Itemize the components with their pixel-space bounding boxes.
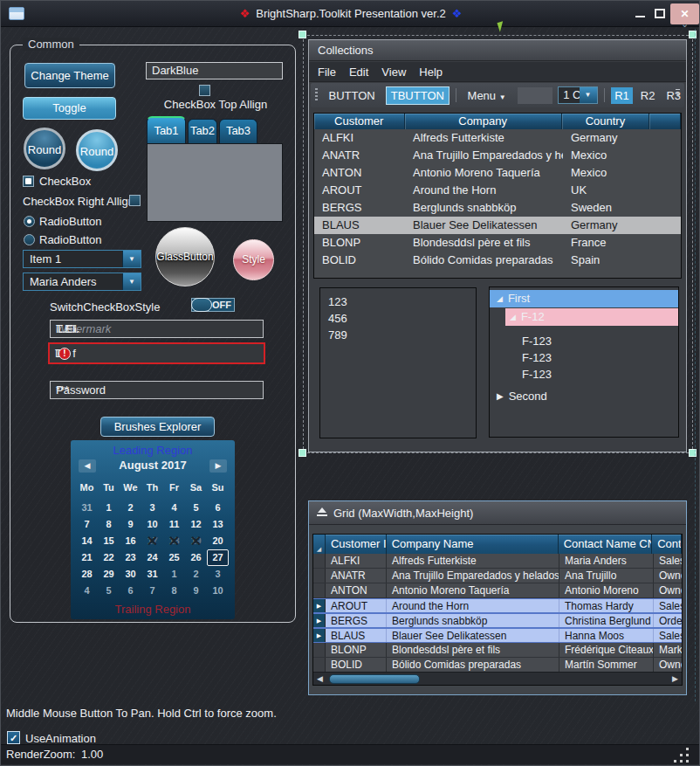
- toolbar-button[interactable]: BUTTON: [326, 87, 379, 104]
- calendar-day[interactable]: 10: [207, 583, 229, 599]
- resize-handle-bottom-left[interactable]: [299, 449, 306, 457]
- tab-tab1[interactable]: Tab1: [147, 116, 186, 143]
- scroll-right-icon[interactable]: ▶: [672, 674, 678, 683]
- calendar-day[interactable]: 21: [76, 549, 98, 566]
- glass-button[interactable]: GlassButton: [155, 227, 215, 286]
- calendar-day[interactable]: 1: [163, 566, 185, 583]
- error-textbox[interactable]: LD f TR !: [48, 342, 265, 364]
- calendar-day[interactable]: ✕17: [141, 533, 163, 549]
- radio-button-selected[interactable]: [24, 216, 35, 227]
- horizontal-scrollbar[interactable]: ◀ ▶: [313, 672, 682, 685]
- tree-item-f-12[interactable]: ◢F-12: [505, 308, 678, 326]
- style-button[interactable]: Style: [233, 239, 274, 280]
- datagrid-column-header[interactable]: Company Name: [387, 535, 559, 554]
- datagrid-row[interactable]: ANTONAntonio Moreno TaqueríaAntonio More…: [313, 583, 682, 598]
- switch-thumb[interactable]: [191, 298, 212, 312]
- toolbar-overflow-button[interactable]: ▾: [676, 89, 680, 99]
- tree-expanded-icon[interactable]: ◢: [510, 308, 516, 326]
- calendar-day[interactable]: 28: [76, 566, 98, 583]
- row-header[interactable]: [313, 643, 326, 657]
- listview-column-header[interactable]: Country: [562, 114, 650, 129]
- menu-item-help[interactable]: Help: [419, 66, 443, 79]
- row-selected-arrow-icon[interactable]: ▶: [313, 599, 326, 612]
- listview-row[interactable]: ALFKIAlfreds FutterkisteGermany: [314, 129, 681, 147]
- calendar-day[interactable]: 24: [141, 549, 163, 566]
- collections-title-bar[interactable]: Collections: [309, 40, 686, 61]
- watermark-textbox[interactable]: L.EI. Watermark T.EI.: [50, 320, 264, 338]
- calendar-day[interactable]: 12: [185, 516, 207, 533]
- toolbar-radio-r1[interactable]: R1: [611, 87, 633, 104]
- password-textbox[interactable]: Password ***: [50, 381, 264, 399]
- calendar-day[interactable]: 31: [141, 566, 163, 583]
- row-selected-arrow-icon[interactable]: ▶: [313, 629, 326, 642]
- calendar-day[interactable]: 4: [76, 583, 98, 599]
- tree-item-f-123[interactable]: F-123: [490, 349, 678, 367]
- maximize-button[interactable]: [655, 9, 665, 18]
- grid-title-bar[interactable]: Grid (MaxWidth,MaxHeight): [309, 501, 686, 525]
- datagrid-row[interactable]: ▶BLAUSBlauer See DelikatessenHanna MoosS…: [313, 628, 682, 643]
- toolbar-menu-button[interactable]: Menu ▼: [464, 87, 510, 104]
- row-header[interactable]: [313, 569, 326, 583]
- tab-tab2[interactable]: Tab2: [188, 119, 217, 143]
- tree-collapsed-icon[interactable]: ▶: [497, 388, 504, 405]
- radio-button-unselected[interactable]: [24, 234, 35, 245]
- tree-item-second[interactable]: ▶Second: [490, 388, 678, 405]
- calendar-day[interactable]: 1: [98, 500, 120, 516]
- calendar-day[interactable]: 30: [120, 566, 141, 583]
- calendar-day[interactable]: 10: [141, 516, 163, 533]
- datagrid-row[interactable]: BLONPBlondesddsl père et filsFrédérique …: [313, 643, 682, 658]
- calendar-day[interactable]: 3: [207, 566, 229, 583]
- calendar-day[interactable]: 26: [185, 549, 207, 566]
- calendar-day[interactable]: 23: [120, 549, 141, 566]
- chevron-down-icon[interactable]: ▼: [122, 273, 141, 290]
- menu-item-file[interactable]: File: [318, 66, 336, 79]
- calendar-day[interactable]: 5: [98, 583, 120, 599]
- listview-column-header[interactable]: Company: [405, 114, 562, 129]
- listview-row[interactable]: BERGSBerglunds snabbköpSweden: [314, 199, 681, 217]
- calendar-day[interactable]: 2: [185, 566, 207, 583]
- brushes-explorer-button[interactable]: Brushes Explorer: [100, 417, 215, 437]
- calendar-day[interactable]: 8: [98, 516, 120, 533]
- listview-row[interactable]: AROUTAround the HornUK: [314, 182, 681, 199]
- calendar-day[interactable]: 2: [120, 500, 141, 516]
- combobox-item1[interactable]: Item 1▼: [23, 250, 141, 268]
- tree-item-first[interactable]: ◢First: [490, 290, 678, 307]
- calendar-day[interactable]: 6: [207, 500, 229, 516]
- calendar-day[interactable]: ✕18: [163, 533, 185, 549]
- calendar-day[interactable]: 9: [185, 583, 207, 599]
- listbox-item[interactable]: 123: [320, 293, 476, 310]
- toolbar-radio-r2[interactable]: R2: [637, 87, 659, 104]
- toolbar-grip-icon[interactable]: [315, 88, 318, 102]
- tree-item-f-123[interactable]: F-123: [490, 333, 678, 350]
- tab-tab3[interactable]: Tab3: [219, 119, 257, 143]
- round-button-light[interactable]: Round: [76, 129, 118, 171]
- calendar-day[interactable]: 8: [163, 583, 185, 599]
- listbox-item[interactable]: 789: [320, 327, 476, 343]
- calendar-day[interactable]: ✕19: [185, 533, 207, 549]
- listview-row[interactable]: ANTONAntonio Moreno TaqueríaMexico: [314, 164, 681, 182]
- toolbar-combobox[interactable]: 1 Com▼: [558, 86, 597, 104]
- tree-item-f-123[interactable]: F-123: [490, 366, 678, 383]
- theme-textbox[interactable]: DarkBlue: [146, 62, 283, 79]
- listview-row[interactable]: ANATRAna Trujillo Emparedados y helaMexi…: [314, 147, 681, 164]
- datagrid-row[interactable]: ANATRAna Trujillo Emparedados y heladosA…: [313, 569, 682, 583]
- calendar-day[interactable]: 7: [76, 516, 98, 533]
- combobox-maria-anders[interactable]: Maria Anders▼: [23, 273, 141, 291]
- datagrid-column-header[interactable]: Cont: [652, 535, 682, 554]
- checkbox-top-align[interactable]: [199, 85, 210, 96]
- resize-handle-top-left[interactable]: [299, 31, 306, 38]
- listview-column-header[interactable]: [649, 114, 681, 129]
- listbox-item[interactable]: 456: [320, 310, 476, 327]
- listview-row[interactable]: BLAUSBlauer See DelikatessenGermany: [314, 217, 681, 234]
- calendar-day[interactable]: 13: [207, 516, 229, 533]
- calendar-day[interactable]: 3: [141, 500, 163, 516]
- round-button-dark[interactable]: Round: [24, 128, 65, 169]
- datagrid-row[interactable]: ▶AROUTAround the HornThomas HardySales: [313, 598, 682, 613]
- minimize-button[interactable]: [635, 16, 645, 17]
- calendar-next-button[interactable]: ▶: [209, 459, 227, 473]
- calendar-day[interactable]: 27: [207, 549, 229, 566]
- chevron-down-icon[interactable]: ▼: [122, 251, 141, 267]
- toggle-button[interactable]: Toggle: [23, 97, 116, 120]
- datagrid-column-header[interactable]: Contact Name CN: [559, 535, 652, 554]
- menu-item-view[interactable]: View: [381, 66, 406, 79]
